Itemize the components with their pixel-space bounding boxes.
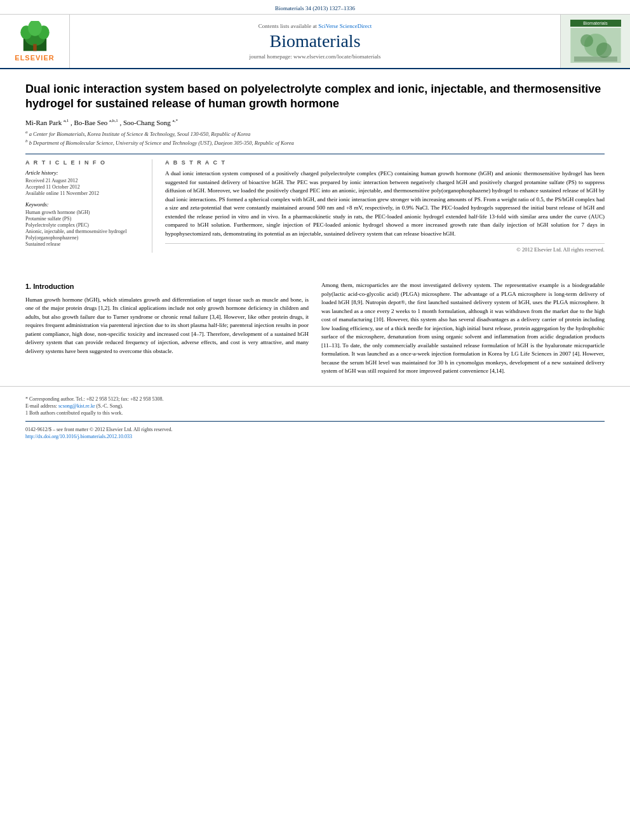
email-link[interactable]: scsong@kist.re.kr (58, 403, 95, 409)
doi-line: http://dx.doi.org/10.1016/j.biomaterials… (25, 434, 605, 439)
affiliations: a a Center for Biomaterials, Korea Insti… (25, 130, 605, 146)
affil2-sup: b (25, 138, 28, 143)
elsevier-tree-icon (16, 21, 54, 53)
bio-logo: Biomaterials (570, 20, 621, 63)
keywords-title: Keywords: (25, 201, 142, 208)
abstract-copyright: © 2012 Elsevier Ltd. All rights reserved… (165, 243, 605, 253)
journal-title: Biomaterials (269, 31, 360, 51)
intro-col2-para1: Among them, microparticles are the most … (321, 281, 605, 376)
journal-ref-bar: Biomaterials 34 (2013) 1327–1336 (0, 4, 630, 14)
corresponding-author-note: * Corresponding author. Tel.: +82 2 958 … (25, 396, 605, 402)
elsevier-logo-box: ELSEVIER (0, 15, 70, 68)
body-col-right: Among them, microparticles are the most … (321, 281, 605, 380)
elsevier-wordmark: ELSEVIER (15, 54, 54, 62)
authors-line: Mi-Ran Park a,1 , Bo-Bae Seo a,b,1 , Soo… (25, 118, 605, 126)
intro-para1: Human growth hormone (hGH), which stimul… (25, 296, 309, 356)
history-title: Article history: (25, 170, 142, 176)
article-info-column: A R T I C L E I N F O Article history: R… (25, 159, 152, 253)
svg-point-8 (580, 34, 593, 47)
journal-center: Contents lists available at SciVerse Sci… (70, 15, 560, 68)
section-1-heading: 1. Introduction (25, 281, 309, 292)
keyword-6: Sustained release (25, 241, 142, 247)
body-two-col: 1. Introduction Human growth hormone (hG… (0, 281, 630, 380)
affil1-sup: a (25, 130, 28, 135)
email-note: E-mail address: scsong@kist.re.kr (S.-C.… (25, 403, 605, 409)
author3-sup: a,* (173, 118, 178, 123)
sciverse-text: Contents lists available at (258, 23, 317, 29)
author2-sup: a,b,1 (109, 118, 118, 123)
author-comma1: , Bo-Bae Seo (70, 118, 109, 126)
email-name: (S.-C. Song). (97, 403, 123, 409)
keyword-5: Poly(organophosphazene) (25, 235, 142, 241)
abstract-body: A dual ionic interaction system composed… (165, 170, 605, 237)
author1-sup: a,1 (64, 118, 69, 123)
affil2-text: b Department of Biomolecular Science, Un… (29, 140, 294, 146)
received-date: Received 21 August 2012 (25, 178, 142, 183)
keyword-3: Polyelectrolyte complex (PEC) (25, 222, 142, 228)
keyword-2: Protamine sulfate (PS) (25, 216, 142, 222)
author-comma2: , Soo-Chang Song (119, 118, 172, 126)
affil2: b b Department of Biomolecular Science, … (25, 138, 605, 146)
sciverse-line: Contents lists available at SciVerse Sci… (258, 23, 372, 29)
intro-col2-para1-text: Among them, microparticles are the most … (321, 282, 605, 374)
journal-top-row: ELSEVIER Contents lists available at Sci… (0, 14, 630, 68)
svg-rect-10 (574, 57, 617, 62)
copyright-notice: 0142-9612/$ – see front matter © 2012 El… (25, 427, 605, 432)
abstract-label: A B S T R A C T (165, 159, 605, 166)
author1: Mi-Ran Park (25, 118, 64, 126)
footer-separator (25, 421, 605, 422)
doi-link[interactable]: http://dx.doi.org/10.1016/j.biomaterials… (25, 434, 132, 439)
svg-rect-5 (33, 44, 36, 51)
biomaterials-logo-box: Biomaterials (560, 15, 630, 68)
article-info-abstract-section: A R T I C L E I N F O Article history: R… (25, 154, 605, 253)
page-footer: * Corresponding author. Tel.: +82 2 958 … (0, 386, 630, 447)
article-history: Article history: Received 21 August 2012… (25, 170, 142, 196)
corresponding-author-text: * Corresponding author. Tel.: +82 2 958 … (25, 396, 163, 402)
available-date: Available online 11 November 2012 (25, 190, 142, 196)
affil1-text: a Center for Biomaterials, Korea Institu… (29, 131, 251, 137)
accepted-date: Accepted 11 October 2012 (25, 184, 142, 190)
journal-header: Biomaterials 34 (2013) 1327–1336 ELSEVIE… (0, 0, 630, 69)
page-container: Biomaterials 34 (2013) 1327–1336 ELSEVIE… (0, 0, 630, 840)
article-title: Dual ionic interaction system based on p… (25, 82, 605, 112)
keywords-section: Keywords: Human growth hormone (hGH) Pro… (25, 201, 142, 247)
keyword-1: Human growth hormone (hGH) (25, 210, 142, 215)
affil1: a a Center for Biomaterials, Korea Insti… (25, 130, 605, 137)
equal-contribution-note: 1 Both authors contributed equally to th… (25, 410, 605, 416)
elsevier-logo: ELSEVIER (15, 21, 54, 62)
section-title: Introduction (33, 283, 74, 290)
abstract-text: A dual ionic interaction system composed… (165, 170, 605, 238)
article-content: Dual ionic interaction system based on p… (0, 69, 630, 275)
svg-point-9 (596, 43, 612, 58)
email-label: E-mail address: (25, 403, 58, 409)
article-info-label: A R T I C L E I N F O (25, 159, 142, 166)
journal-ref-text: Biomaterials 34 (2013) 1327–1336 (275, 5, 355, 11)
bio-logo-svg (571, 28, 620, 63)
journal-homepage: journal homepage: www.elsevier.com/locat… (250, 53, 381, 60)
intro-para1-text: Human growth hormone (hGH), which stimul… (25, 297, 309, 354)
bio-logo-top: Biomaterials (570, 20, 621, 27)
section-number: 1. (25, 283, 31, 290)
body-col-left: 1. Introduction Human growth hormone (hG… (25, 281, 309, 380)
keyword-4: Anionic, injectable, and thermosensitive… (25, 229, 142, 234)
bio-logo-image (570, 28, 621, 63)
abstract-column: A B S T R A C T A dual ionic interaction… (165, 159, 605, 253)
sciverse-link[interactable]: SciVerse ScienceDirect (318, 23, 372, 29)
